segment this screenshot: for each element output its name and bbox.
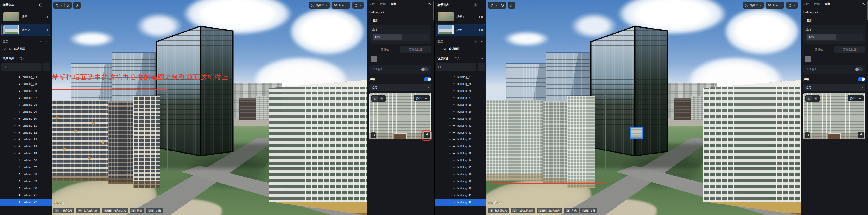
scene-item-2[interactable]: 场景 2 (1, 24, 50, 36)
eyedropper-tool-button[interactable] (508, 2, 516, 8)
building-list-item[interactable]: building_39 (0, 178, 52, 185)
building-list-item[interactable]: building_40 (435, 185, 486, 192)
building-list-item[interactable]: building_35 (435, 150, 486, 157)
search-input[interactable] (1, 63, 42, 71)
style-category-select[interactable]: 通用 (369, 84, 431, 91)
add-layer-icon[interactable] (474, 40, 477, 43)
building-list-item[interactable]: building_32 (0, 129, 52, 136)
style-texture-preview[interactable]: 办公 (803, 93, 865, 139)
tab-postprocess[interactable]: 后期 (814, 2, 819, 6)
more-menu-icon[interactable] (46, 3, 49, 6)
collapse-layers-icon[interactable] (46, 40, 49, 43)
display-dropdown[interactable]: 显示 (766, 2, 784, 8)
transform-tools[interactable] (488, 2, 506, 8)
collapse-resources-icon[interactable] (46, 57, 49, 60)
default-layer-row[interactable]: 默认图层 (435, 45, 486, 52)
material-picker-button[interactable] (858, 132, 864, 138)
building-list-item[interactable]: building_24 (0, 73, 52, 80)
building-list-item[interactable]: building_29 (435, 108, 486, 115)
properties-section-header[interactable]: 属性 (369, 16, 431, 25)
display-dropdown[interactable]: 显示 (332, 2, 350, 8)
tile-preview-button[interactable] (805, 132, 810, 138)
transform-tools[interactable] (53, 2, 71, 8)
camera-icon[interactable] (479, 28, 483, 32)
globe-icon[interactable] (501, 4, 504, 7)
properties-section-header[interactable]: 属性 (803, 16, 865, 25)
building-list-item[interactable]: building_35 (0, 150, 52, 157)
base-color-swatch[interactable] (371, 56, 377, 62)
base-color-swatch[interactable] (805, 56, 811, 62)
storefront-style-button[interactable] (378, 96, 385, 102)
building-list-item[interactable]: building_38 (435, 171, 486, 178)
move-axes-icon[interactable] (490, 3, 494, 7)
camera-icon[interactable] (44, 28, 48, 32)
panel-scrollbar[interactable] (867, 1, 868, 20)
building-list-item[interactable]: building_25 (435, 80, 486, 87)
tab-base-color[interactable]: 基础色 (369, 46, 400, 53)
building-style-button[interactable] (372, 96, 378, 102)
panel-scrollbar[interactable] (433, 1, 434, 20)
scene-selector[interactable]: 场景 2 (743, 2, 764, 8)
building-list-item[interactable]: building_34 (435, 143, 486, 150)
sync-view-dropdown[interactable] (786, 2, 798, 8)
style-category-select[interactable]: 通用 (803, 84, 865, 91)
scene-item-1[interactable]: 场景 1 (436, 11, 485, 23)
grid-view-button[interactable] (43, 63, 50, 71)
tab-base-color[interactable]: 基础色 (803, 46, 834, 53)
building-list-item[interactable]: building_26 (435, 87, 486, 94)
3d-viewport[interactable]: 场景 2 显示 移动速度: 5 I材质吸色笔 V切换三轴控件 (486, 0, 801, 215)
search-input[interactable] (436, 63, 476, 71)
add-scene-icon[interactable] (39, 3, 42, 7)
picked-material-swatch[interactable] (630, 127, 643, 139)
building-list-item[interactable]: building_37 (435, 164, 486, 171)
building-list-item[interactable]: building_27 (0, 94, 52, 101)
default-layer-row[interactable]: 默认图层 (0, 45, 52, 52)
scene-selector[interactable]: 场景 2 (309, 2, 330, 8)
ai-sparkle-icon[interactable] (428, 2, 431, 6)
tile-preview-button[interactable] (371, 132, 376, 138)
tab-base-color-map[interactable]: 基础色贴图 (400, 46, 431, 53)
building-list-item[interactable]: building_33 (435, 136, 486, 143)
style-type-select[interactable]: 办公 (414, 95, 430, 102)
building-list-item[interactable]: building_34 (0, 143, 52, 150)
style-texture-preview[interactable]: 办公 (369, 93, 431, 139)
tab-environment[interactable]: 环境 (369, 2, 375, 6)
grid-view-button[interactable] (478, 63, 485, 71)
camera-icon[interactable] (479, 15, 483, 19)
tab-postprocess[interactable]: 后期 (380, 2, 385, 6)
tab-parameters[interactable]: 参数 (391, 2, 396, 6)
style-toggle[interactable] (858, 77, 865, 81)
building-list-item[interactable]: building_30 (435, 115, 486, 122)
building-list-item[interactable]: building_40 (0, 185, 52, 192)
building-list-item[interactable]: building_42 (0, 198, 52, 206)
building-list-item[interactable]: building_25 (0, 80, 52, 87)
eyedropper-tool-button[interactable] (73, 2, 81, 8)
building-style-button[interactable] (806, 96, 812, 102)
sync-view-dropdown[interactable] (352, 2, 364, 8)
collapse-layers-icon[interactable] (480, 40, 484, 43)
style-toggle[interactable] (424, 77, 431, 81)
building-list-item[interactable]: building_31 (0, 122, 52, 129)
building-list-item[interactable]: building_37 (0, 164, 52, 171)
building-list-item[interactable]: building_26 (0, 87, 52, 94)
storefront-style-button[interactable] (812, 96, 819, 102)
collapse-resources-icon[interactable] (480, 57, 484, 60)
tab-environment[interactable]: 环境 (803, 2, 809, 6)
scene-item-1[interactable]: 场景 1 (1, 11, 50, 23)
more-menu-icon[interactable] (480, 3, 484, 6)
scene-item-2[interactable]: 场景 2 (436, 24, 485, 36)
building-list-item[interactable]: building_24 (435, 73, 486, 80)
building-list-item[interactable]: building_36 (435, 157, 486, 164)
style-type-select[interactable]: 办公 (848, 95, 864, 102)
add-layer-icon[interactable] (39, 40, 43, 43)
building-list-item[interactable]: building_32 (435, 129, 486, 136)
building-list-item[interactable]: building_36 (0, 157, 52, 164)
building-list-item[interactable]: building_41 (0, 192, 52, 198)
3d-viewport[interactable]: 场景 2 显示 希望把后面选中的这栋办公楼的贴图复制到前面这栋楼上 移动速度: … (52, 0, 367, 215)
camera-icon[interactable] (44, 15, 48, 19)
building-list-item[interactable]: building_31 (435, 122, 486, 129)
height-input[interactable]: 108 (372, 34, 429, 41)
building-list-item[interactable]: building_30 (0, 115, 52, 122)
building-list-item[interactable]: building_38 (0, 171, 52, 178)
building-list-item[interactable]: building_41 (435, 192, 486, 198)
